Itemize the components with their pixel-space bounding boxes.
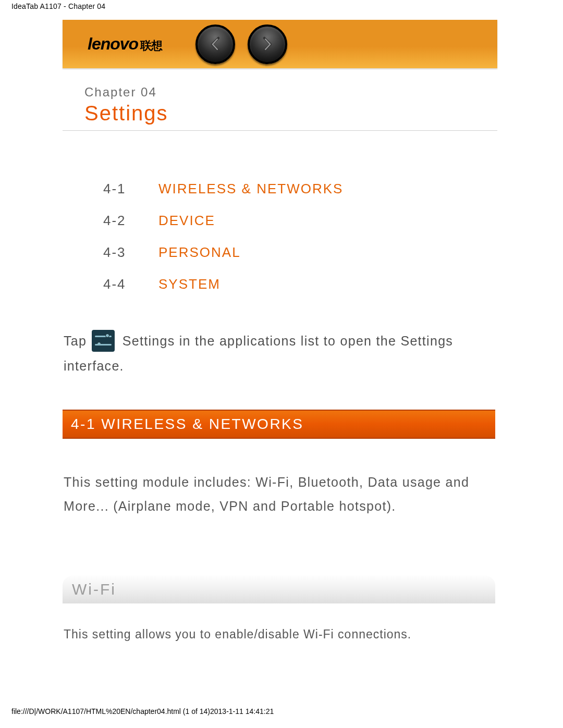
toc-link-device[interactable]: DEVICE — [158, 213, 215, 229]
lenovo-logo: lenovo 联想 — [88, 34, 162, 54]
toc-num: 4-4 — [103, 276, 132, 292]
chapter-label: Chapter 04 — [84, 85, 497, 100]
toc-link-wireless-networks[interactable]: WIRELESS & NETWORKS — [158, 181, 343, 197]
toc-row: 4-2 DEVICE — [103, 213, 495, 229]
intro-text-before: Tap — [64, 334, 91, 348]
lenovo-logo-cn: 联想 — [140, 38, 162, 54]
toc-row: 4-4 SYSTEM — [103, 276, 495, 292]
table-of-contents: 4-1 WIRELESS & NETWORKS 4-2 DEVICE 4-3 P… — [103, 181, 495, 292]
wifi-body: This setting allows you to enable/disabl… — [63, 624, 495, 645]
toc-num: 4-1 — [103, 181, 132, 197]
toc-row: 4-1 WIRELESS & NETWORKS — [103, 181, 495, 197]
toc-num: 4-2 — [103, 213, 132, 229]
chevron-right-icon — [258, 35, 277, 54]
divider — [63, 130, 497, 131]
toc-num: 4-3 — [103, 244, 132, 261]
chapter-title: Settings — [84, 102, 497, 130]
nav-buttons — [195, 24, 287, 64]
top-banner: lenovo 联想 — [63, 20, 497, 68]
prev-chapter-button[interactable] — [195, 24, 235, 64]
intro-paragraph: Tap Settings in the applications list to… — [64, 329, 495, 378]
chapter-block: Chapter 04 Settings — [63, 68, 497, 130]
toc-link-system[interactable]: SYSTEM — [158, 276, 221, 292]
toc-link-personal[interactable]: PERSONAL — [158, 244, 241, 261]
main-content: lenovo 联想 Chapter 04 Settings — [63, 20, 497, 645]
intro-text-after: Settings in the applications list to ope… — [64, 334, 453, 373]
section-heading-4-1: 4-1 WIRELESS & NETWORKS — [63, 410, 495, 439]
page-header-text: IdeaTab A1107 - Chapter 04 — [0, 0, 563, 10]
lenovo-logo-text: lenovo — [88, 34, 138, 54]
settings-icon — [92, 330, 115, 352]
next-chapter-button[interactable] — [248, 24, 287, 64]
body-content: 4-1 WIRELESS & NETWORKS 4-2 DEVICE 4-3 P… — [63, 181, 497, 645]
page-footer-text: file:///D|/WORK/A1107/HTML%20EN/chapter0… — [11, 707, 563, 715]
chevron-left-icon — [206, 35, 225, 54]
toc-row: 4-3 PERSONAL — [103, 244, 495, 261]
subheading-wifi: Wi-Fi — [63, 575, 495, 603]
section-body-4-1: This setting module includes: Wi-Fi, Blu… — [63, 470, 495, 519]
